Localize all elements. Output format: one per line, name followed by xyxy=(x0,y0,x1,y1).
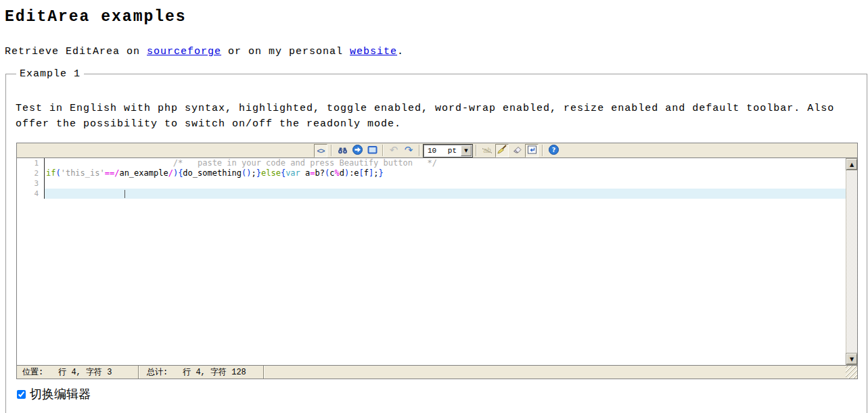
undo-button[interactable]: ↶ xyxy=(387,144,401,157)
scroll-down-button[interactable]: ▼ xyxy=(846,354,857,364)
code-text: if('this_is'==/an_example/){do_something… xyxy=(45,168,846,178)
line-number: 2 xyxy=(17,168,45,178)
editor-toolbar: <> ↶ ↷ 10 pt ▼ xyxy=(17,143,857,158)
help-icon: ? xyxy=(549,145,559,157)
toggle-editor-icon: <> xyxy=(317,147,325,155)
total-value: 行 4, 字符 128 xyxy=(183,366,246,378)
code-text xyxy=(45,189,846,199)
fullscreen-button[interactable] xyxy=(365,144,379,157)
code-line[interactable]: 4 xyxy=(17,189,846,199)
reset-highlight-button[interactable] xyxy=(510,144,524,157)
help-button[interactable]: ? xyxy=(547,144,560,157)
toolbar-separator xyxy=(542,145,543,156)
total-label: 总计: xyxy=(147,366,168,378)
example-legend: Example 1 xyxy=(16,68,84,80)
search-button[interactable] xyxy=(336,144,349,157)
sourceforge-link[interactable]: sourceforge xyxy=(147,46,221,57)
intro-text: Retrieve EditArea on sourceforge or on m… xyxy=(5,46,868,57)
code-area[interactable]: 1 /* paste in your code and press Beauti… xyxy=(17,158,857,365)
status-bar: 位置: 行 4, 字符 3 总计: 行 4, 字符 128 xyxy=(17,365,857,379)
reset-highlight-icon xyxy=(511,144,522,157)
website-link[interactable]: website xyxy=(350,46,397,57)
intro-after: . xyxy=(397,46,404,57)
smooth-selection-button[interactable]: ab xyxy=(480,144,494,157)
search-icon xyxy=(338,145,348,157)
line-number: 1 xyxy=(17,158,45,168)
intro-before: Retrieve EditArea on xyxy=(5,46,147,57)
word-wrap-button[interactable] xyxy=(525,144,539,157)
code-line[interactable]: 1 /* paste in your code and press Beauti… xyxy=(17,158,846,168)
svg-text:?: ? xyxy=(551,146,555,153)
toggle-editor-button[interactable]: <> xyxy=(314,144,327,157)
toolbar-separator xyxy=(419,145,420,156)
status-empty xyxy=(264,366,846,379)
redo-icon: ↷ xyxy=(405,145,413,155)
status-total: 总计: 行 4, 字符 128 xyxy=(139,366,264,379)
smooth-selection-icon: ab xyxy=(482,147,491,154)
resize-grip[interactable] xyxy=(846,366,857,379)
toggle-editor-row: 切换编辑器 xyxy=(17,386,867,402)
status-position: 位置: 行 4, 字符 3 xyxy=(17,366,139,379)
code-line[interactable]: 3 xyxy=(17,178,846,189)
text-cursor xyxy=(124,190,125,198)
go-to-line-button[interactable] xyxy=(350,144,364,157)
intro-middle: or on my personal xyxy=(221,46,350,57)
go-to-line-icon xyxy=(352,145,363,157)
highlight-button[interactable] xyxy=(495,144,509,157)
dropdown-arrow-icon[interactable]: ▼ xyxy=(461,145,472,156)
font-size-value: 10 pt xyxy=(424,147,461,155)
code-line[interactable]: 2if('this_is'==/an_example/){do_somethin… xyxy=(17,168,846,178)
redo-button[interactable]: ↷ xyxy=(402,144,415,157)
fullscreen-icon xyxy=(367,145,378,157)
toolbar-separator xyxy=(331,145,332,156)
vertical-scrollbar[interactable]: ▲ ▼ xyxy=(846,158,857,365)
line-number: 4 xyxy=(17,189,45,199)
example-description: Test in English with php syntax, highlig… xyxy=(16,101,851,132)
toggle-editor-checkbox[interactable] xyxy=(17,390,26,399)
toolbar-separator xyxy=(476,145,477,156)
word-wrap-icon xyxy=(527,145,537,157)
scroll-up-button[interactable]: ▲ xyxy=(846,159,857,170)
code-lines: 1 /* paste in your code and press Beauti… xyxy=(17,158,846,199)
highlight-icon xyxy=(497,144,507,157)
toggle-editor-label[interactable]: 切换编辑器 xyxy=(30,386,91,402)
position-label: 位置: xyxy=(22,366,43,378)
toolbar-separator xyxy=(382,145,384,156)
line-number: 3 xyxy=(17,178,45,189)
page-title: EditArea examples xyxy=(5,8,868,26)
position-value: 行 4, 字符 3 xyxy=(58,366,112,378)
code-text: /* paste in your code and press Beautify… xyxy=(45,158,846,168)
editarea-editor: <> ↶ ↷ 10 pt ▼ xyxy=(16,143,858,379)
example-fieldset: Example 1 Test in English with php synta… xyxy=(5,68,867,413)
font-size-select[interactable]: 10 pt ▼ xyxy=(424,145,472,157)
undo-icon: ↶ xyxy=(390,145,398,155)
code-text xyxy=(45,178,846,189)
